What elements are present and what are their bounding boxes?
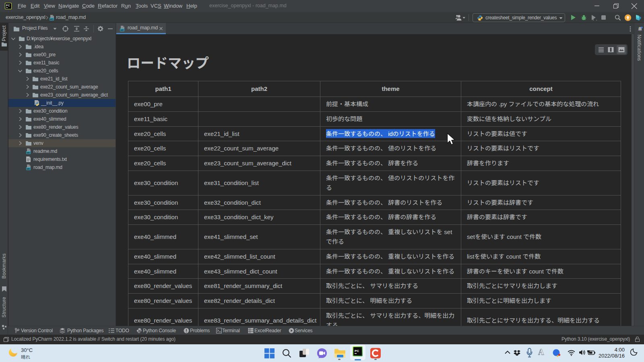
svg-text:PC: PC bbox=[355, 349, 359, 353]
svg-text:MD: MD bbox=[27, 168, 31, 170]
svg-text:MD: MD bbox=[120, 29, 124, 31]
svg-text:MD: MD bbox=[50, 18, 54, 21]
svg-text:PC: PC bbox=[6, 4, 10, 7]
svg-text:MD: MD bbox=[27, 152, 31, 154]
